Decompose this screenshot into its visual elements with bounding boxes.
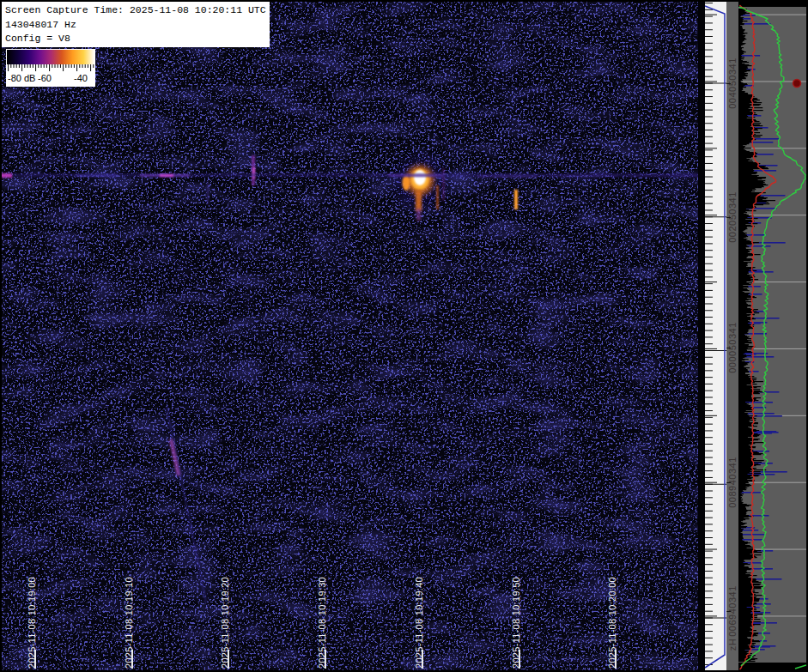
db-label: -80 dB <box>8 73 35 83</box>
spectrogram-waterfall: 2025-11-08 10:19:002025-11-08 10:19:1020… <box>0 0 705 672</box>
frequency-unit: zH <box>726 593 738 672</box>
border-top <box>0 0 808 2</box>
frequency-major-tick <box>726 482 731 483</box>
time-label: 2025-11-08 10:19:30 <box>318 577 327 669</box>
frequency-major-tick <box>726 217 731 218</box>
frequency-ruler <box>705 0 726 672</box>
db-label: -40 <box>74 73 88 83</box>
db-scale-labels: -80 dB-60-40 <box>6 72 95 86</box>
live-spectrum-panel <box>738 0 806 672</box>
frequency-axis-labels: 0040503410020503410000503410089403410069… <box>726 0 738 672</box>
db-scale-ticks <box>7 64 94 72</box>
db-label: -60 <box>38 73 52 83</box>
time-label: 2025-11-08 10:19:50 <box>512 577 521 669</box>
time-label: 2025-11-08 10:19:00 <box>27 577 37 669</box>
frequency-major-tick <box>726 83 731 84</box>
frequency-ticks <box>705 0 726 672</box>
capture-time-text: Screen Capture Time: 2025-11-08 10:20:11… <box>5 3 270 18</box>
time-label: 2025-11-08 10:19:20 <box>221 577 230 669</box>
time-label: 2025-11-08 10:19:40 <box>415 577 424 669</box>
speclab-screen-capture: 2025-11-08 10:19:002025-11-08 10:19:1020… <box>0 0 808 672</box>
colormap-gradient-bar <box>7 50 94 64</box>
frequency-major-tick <box>726 348 731 348</box>
time-label: 2025-11-08 10:19:10 <box>125 577 134 669</box>
capture-info-box: Screen Capture Time: 2025-11-08 10:20:11… <box>2 2 270 47</box>
intensity-legend: -80 dB-60-40 <box>6 49 95 87</box>
spectrum-graph <box>738 0 806 672</box>
frequency-unit-text: zH <box>727 639 738 651</box>
time-label: 2025-11-08 10:20:00 <box>608 577 617 669</box>
config-text: Config = V8 <box>5 32 270 46</box>
border-left <box>0 0 2 672</box>
waterfall-noise-and-echoes <box>0 0 705 672</box>
receiver-frequency-text: 143048017 Hz <box>5 18 270 33</box>
